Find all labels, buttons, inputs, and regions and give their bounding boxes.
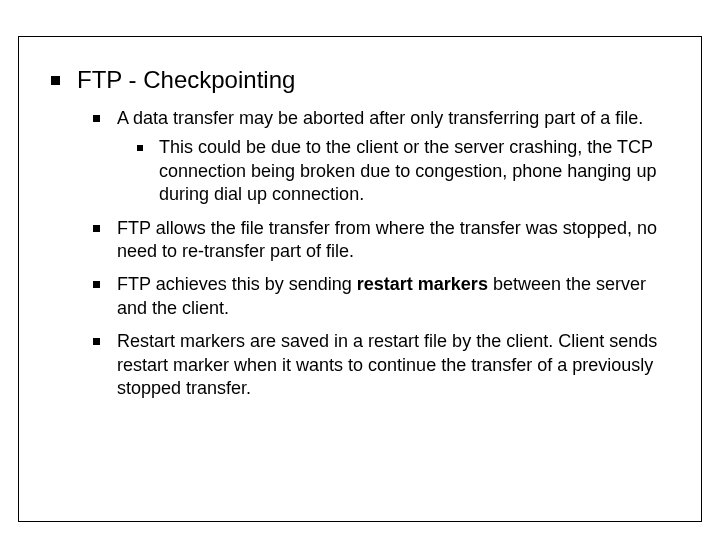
list-item: This could be due to the client or the s…: [131, 136, 669, 206]
list-item: A data transfer may be aborted after onl…: [87, 107, 669, 207]
slide: FTP - Checkpointing A data transfer may …: [0, 0, 720, 540]
bullet-text: A data transfer may be aborted after onl…: [117, 108, 643, 128]
bullet-list-level-0: FTP - Checkpointing A data transfer may …: [51, 65, 669, 400]
slide-title: FTP - Checkpointing: [77, 66, 295, 93]
bullet-text: FTP allows the file transfer from where …: [117, 218, 657, 261]
slide-frame: FTP - Checkpointing A data transfer may …: [18, 36, 702, 522]
title-bullet: FTP - Checkpointing A data transfer may …: [51, 65, 669, 400]
bullet-list-level-2: This could be due to the client or the s…: [117, 136, 669, 206]
list-item: Restart markers are saved in a restart f…: [87, 330, 669, 400]
bullet-text: Restart markers are saved in a restart f…: [117, 331, 657, 398]
bullet-text-pre: FTP achieves this by sending: [117, 274, 357, 294]
bullet-text-bold: restart markers: [357, 274, 488, 294]
bullet-text: This could be due to the client or the s…: [159, 137, 656, 204]
bullet-list-level-1: A data transfer may be aborted after onl…: [77, 107, 669, 400]
list-item: FTP achieves this by sending restart mar…: [87, 273, 669, 320]
list-item: FTP allows the file transfer from where …: [87, 217, 669, 264]
